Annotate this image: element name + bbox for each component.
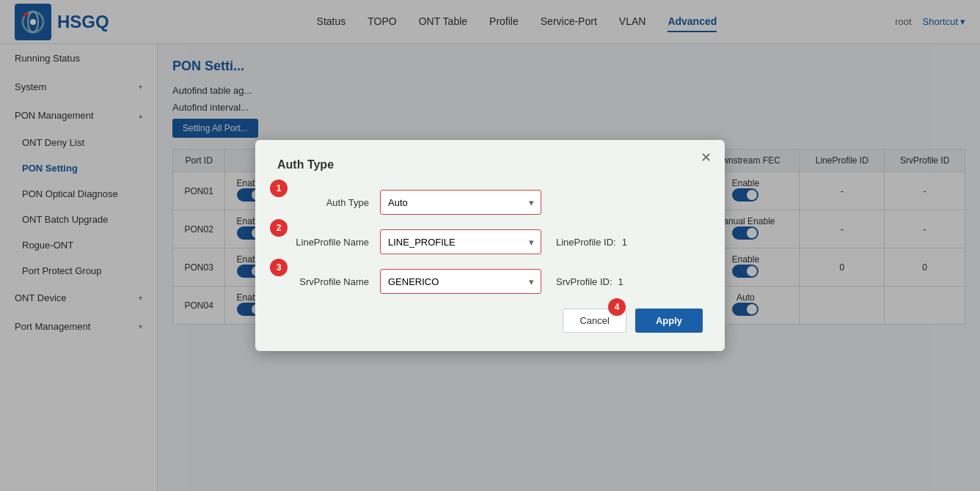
- step-3-badge: 3: [270, 259, 288, 276]
- line-profile-label: LineProfile Name: [277, 237, 380, 248]
- apply-button[interactable]: Apply: [635, 309, 703, 333]
- modal-overlay: Auth Type ✕ 1 Auth Type Auto Password SN…: [0, 0, 980, 491]
- line-profile-id-value: 1: [622, 237, 627, 248]
- auth-type-label: Auth Type: [277, 197, 380, 208]
- srv-profile-select-wrapper: GENERICO: [380, 269, 541, 294]
- step-1-badge: 1: [270, 180, 288, 197]
- line-profile-select[interactable]: LINE_PROFILE: [380, 229, 541, 254]
- step-4-badge: 4: [608, 298, 626, 316]
- srv-profile-id-value: 1: [618, 276, 624, 287]
- srv-profile-row: 3 SrvProfile Name GENERICO SrvProfile ID…: [277, 269, 703, 294]
- line-profile-select-wrapper: LINE_PROFILE: [380, 229, 541, 254]
- modal-title: Auth Type: [277, 158, 703, 171]
- srv-profile-select[interactable]: GENERICO: [380, 269, 541, 294]
- srv-profile-id-label: SrvProfile ID:: [556, 276, 612, 287]
- modal-footer: 4 Cancel Apply: [277, 309, 703, 333]
- srv-profile-label: SrvProfile Name: [277, 276, 380, 287]
- line-profile-id-label: LineProfile ID:: [556, 237, 616, 248]
- step-2-badge: 2: [270, 219, 288, 237]
- line-profile-row: 2 LineProfile Name LINE_PROFILE LineProf…: [277, 229, 703, 254]
- auth-type-select[interactable]: Auto Password SN SN+Password: [380, 190, 541, 215]
- auth-type-select-wrapper: Auto Password SN SN+Password: [380, 190, 541, 215]
- auth-type-row: 1 Auth Type Auto Password SN SN+Password: [277, 190, 703, 215]
- modal-close-button[interactable]: ✕: [701, 151, 712, 164]
- auth-type-modal: Auth Type ✕ 1 Auth Type Auto Password SN…: [255, 140, 725, 351]
